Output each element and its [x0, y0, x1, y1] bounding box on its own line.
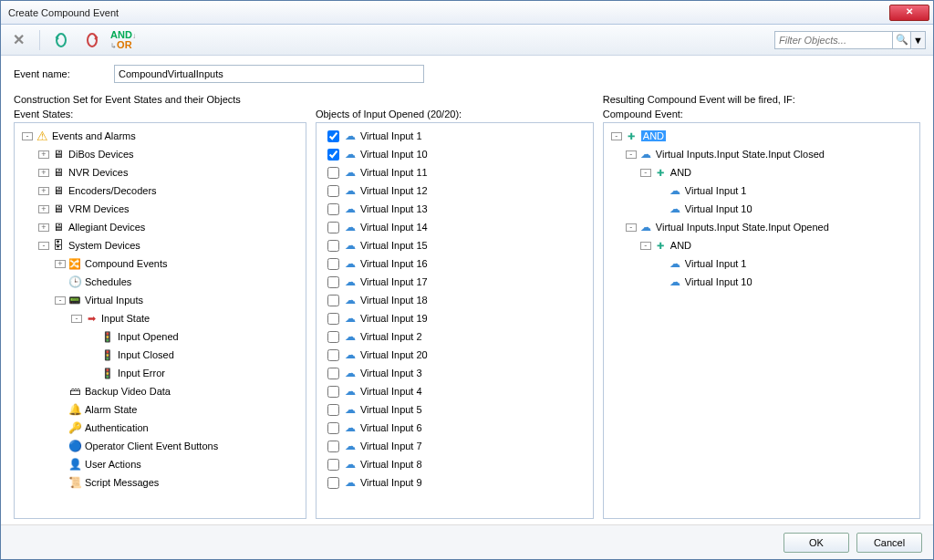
tree-node[interactable]: -Input State: [16, 309, 304, 327]
expand-toggle[interactable]: +: [38, 223, 49, 232]
close-button[interactable]: ✕: [889, 5, 929, 21]
compound-node[interactable]: -Virtual Inputs.Input State.Input Opened: [606, 218, 918, 236]
object-checkbox[interactable]: [327, 477, 339, 489]
expand-toggle[interactable]: +: [55, 260, 66, 268]
object-checkbox[interactable]: [327, 130, 339, 142]
expand-toggle[interactable]: -: [640, 169, 651, 177]
titlebar[interactable]: Create Compound Event ✕: [1, 1, 933, 25]
resulting-label: Resulting Compound Event will be fired, …: [603, 94, 920, 105]
list-item[interactable]: Virtual Input 11: [318, 163, 591, 181]
tree-node[interactable]: User Actions: [16, 455, 304, 473]
compound-node[interactable]: Virtual Input 1: [606, 181, 918, 200]
tree-node[interactable]: +Compound Events: [16, 254, 304, 273]
object-checkbox[interactable]: [327, 386, 339, 398]
object-checkbox[interactable]: [327, 459, 339, 471]
tree-node[interactable]: Alarm State: [16, 400, 304, 419]
object-checkbox[interactable]: [327, 313, 339, 325]
compound-node[interactable]: -AND: [606, 163, 918, 181]
object-checkbox[interactable]: [327, 404, 339, 416]
object-checkbox[interactable]: [327, 203, 339, 215]
object-checkbox[interactable]: [327, 149, 339, 161]
ok-button[interactable]: OK: [784, 533, 849, 553]
list-item[interactable]: Virtual Input 14: [318, 218, 591, 236]
delete-button[interactable]: ✕: [8, 30, 28, 50]
expand-toggle[interactable]: -: [626, 223, 637, 232]
list-item[interactable]: Virtual Input 9: [318, 473, 591, 492]
object-checkbox[interactable]: [327, 185, 339, 197]
tree-node[interactable]: Script Messages: [16, 473, 304, 492]
list-item[interactable]: Virtual Input 13: [318, 200, 591, 218]
expand-toggle[interactable]: -: [626, 150, 637, 159]
tree-node[interactable]: +NVR Devices: [16, 163, 304, 181]
object-checkbox[interactable]: [327, 276, 339, 288]
expand-toggle[interactable]: -: [640, 242, 651, 250]
object-checkbox[interactable]: [327, 167, 339, 179]
add-red-button[interactable]: [82, 30, 102, 50]
objects-list[interactable]: Virtual Input 1Virtual Input 10Virtual I…: [316, 122, 594, 519]
tree-node[interactable]: Backup Video Data: [16, 382, 304, 400]
object-checkbox[interactable]: [327, 441, 339, 452]
compound-node[interactable]: -AND: [606, 236, 918, 254]
object-checkbox[interactable]: [327, 422, 339, 434]
expand-toggle[interactable]: -: [22, 132, 33, 140]
tree-node[interactable]: Input Error: [16, 364, 304, 382]
add-green-button[interactable]: [51, 30, 71, 50]
compound-node[interactable]: Virtual Input 10: [606, 273, 918, 291]
list-item[interactable]: Virtual Input 1: [318, 127, 591, 145]
object-checkbox[interactable]: [327, 331, 339, 343]
compound-tree[interactable]: -AND-Virtual Inputs.Input State.Input Cl…: [603, 122, 920, 519]
object-checkbox[interactable]: [327, 222, 339, 233]
tree-node[interactable]: +Encoders/Decoders: [16, 181, 304, 200]
cancel-button[interactable]: Cancel: [856, 533, 922, 553]
compound-node[interactable]: Virtual Input 1: [606, 254, 918, 273]
list-item[interactable]: Virtual Input 2: [318, 327, 591, 346]
tree-node[interactable]: -Virtual Inputs: [16, 291, 304, 309]
object-checkbox[interactable]: [327, 368, 339, 379]
object-checkbox[interactable]: [327, 295, 339, 306]
tree-node[interactable]: +DiBos Devices: [16, 145, 304, 163]
list-item[interactable]: Virtual Input 7: [318, 437, 591, 455]
expand-toggle[interactable]: -: [71, 315, 82, 323]
event-states-tree[interactable]: -Events and Alarms+DiBos Devices+NVR Dev…: [14, 122, 306, 519]
tree-node[interactable]: -Events and Alarms: [16, 127, 304, 145]
object-checkbox[interactable]: [327, 349, 339, 361]
expand-toggle[interactable]: +: [38, 150, 49, 159]
list-item[interactable]: Virtual Input 8: [318, 455, 591, 473]
list-item[interactable]: Virtual Input 15: [318, 236, 591, 254]
compound-node[interactable]: -Virtual Inputs.Input State.Input Closed: [606, 145, 918, 163]
expand-toggle[interactable]: -: [38, 242, 49, 250]
tree-node[interactable]: Authentication: [16, 419, 304, 437]
compound-node[interactable]: Virtual Input 10: [606, 200, 918, 218]
expand-toggle[interactable]: +: [38, 169, 49, 177]
list-item[interactable]: Virtual Input 18: [318, 291, 591, 309]
expand-toggle[interactable]: +: [38, 205, 49, 213]
list-item[interactable]: Virtual Input 19: [318, 309, 591, 327]
expand-toggle[interactable]: +: [38, 187, 49, 195]
list-item[interactable]: Virtual Input 5: [318, 400, 591, 419]
and-or-toggle[interactable]: AND↓ ↳OR: [113, 30, 133, 50]
list-item[interactable]: Virtual Input 4: [318, 382, 591, 400]
expand-toggle[interactable]: -: [55, 296, 66, 305]
list-item[interactable]: Virtual Input 12: [318, 181, 591, 200]
tree-node[interactable]: -System Devices: [16, 236, 304, 254]
search-button[interactable]: 🔍: [893, 31, 911, 49]
list-item[interactable]: Virtual Input 10: [318, 145, 591, 163]
tree-node[interactable]: Schedules: [16, 273, 304, 291]
tree-node[interactable]: Input Closed: [16, 346, 304, 364]
list-item[interactable]: Virtual Input 17: [318, 273, 591, 291]
object-checkbox[interactable]: [327, 258, 339, 270]
expand-toggle[interactable]: -: [611, 132, 622, 140]
tree-node[interactable]: +VRM Devices: [16, 200, 304, 218]
list-item[interactable]: Virtual Input 3: [318, 364, 591, 382]
filter-dropdown[interactable]: ▼: [911, 31, 926, 49]
list-item[interactable]: Virtual Input 6: [318, 419, 591, 437]
object-checkbox[interactable]: [327, 240, 339, 252]
tree-node[interactable]: Operator Client Event Buttons: [16, 437, 304, 455]
tree-node[interactable]: Input Opened: [16, 327, 304, 346]
event-name-input[interactable]: [114, 65, 424, 83]
list-item[interactable]: Virtual Input 16: [318, 254, 591, 273]
filter-input[interactable]: [774, 31, 893, 49]
tree-node[interactable]: +Allegiant Devices: [16, 218, 304, 236]
list-item[interactable]: Virtual Input 20: [318, 346, 591, 364]
compound-node[interactable]: -AND: [606, 127, 918, 145]
